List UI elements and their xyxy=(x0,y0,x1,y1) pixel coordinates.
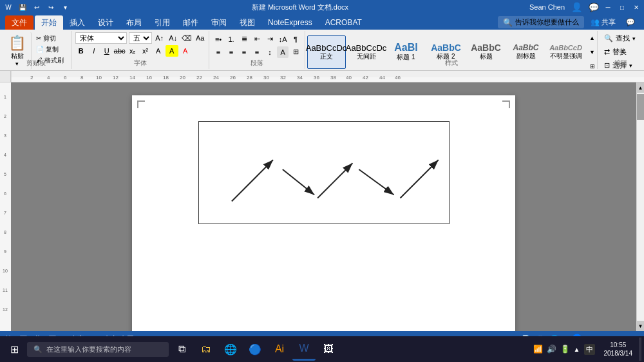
svg-text:9: 9 xyxy=(4,249,6,254)
customize-icon[interactable]: ▾ xyxy=(59,1,71,13)
tab-design[interactable]: 设计 xyxy=(91,15,120,30)
strikethrough-button[interactable]: abc xyxy=(114,45,126,57)
taskbar-search-icon: 🔍 xyxy=(33,345,43,354)
align-left-button[interactable]: ≡ xyxy=(213,46,224,58)
border-button[interactable]: ⊞ xyxy=(290,46,301,58)
tray-arrow-icon[interactable]: ▲ xyxy=(574,346,580,353)
decrease-indent-button[interactable]: ⇤ xyxy=(251,33,263,45)
align-right-button[interactable]: ≡ xyxy=(238,46,250,58)
network-icon[interactable]: 📶 xyxy=(533,345,543,354)
svg-line-44 xyxy=(400,160,438,198)
volume-icon[interactable]: 🔊 xyxy=(547,345,556,354)
tab-insert[interactable]: 插入 xyxy=(63,15,91,30)
chrome-button[interactable]: 🔵 xyxy=(243,338,267,361)
underline-button[interactable]: U xyxy=(101,45,113,57)
file-explorer-icon: 🗂 xyxy=(201,343,211,355)
ribbon-toolbar: 📋 粘贴 ▾ ✂ 剪切 📄 复制 🖌 格式刷 xyxy=(0,30,644,71)
cut-button[interactable]: ✂ 剪切 xyxy=(34,33,66,44)
change-case-button[interactable]: Aa xyxy=(194,32,206,44)
clear-format-button[interactable]: ⌫ xyxy=(181,32,193,44)
line-spacing-button[interactable]: ↕ xyxy=(264,46,276,58)
tab-review[interactable]: 审阅 xyxy=(205,15,233,30)
find-button[interactable]: 🔍 查找 ▾ xyxy=(601,32,640,44)
edge-button[interactable]: 🌐 xyxy=(219,338,242,361)
scroll-thumb[interactable] xyxy=(637,94,645,120)
svg-line-43 xyxy=(359,169,393,195)
system-tray: 📶 🔊 🔋 ▲ 中 xyxy=(531,344,598,355)
tab-file[interactable]: 文件 xyxy=(5,15,33,30)
font-color-button[interactable]: A xyxy=(180,45,191,57)
font-label: 字体 xyxy=(72,59,209,68)
tab-acrobat[interactable]: ACROBAT xyxy=(319,15,368,30)
editing-group: 🔍 查找 ▾ ⇄ 替换 ⊡ 选择 ▾ 编辑 xyxy=(598,31,644,69)
subscript-button[interactable]: x₂ xyxy=(127,45,138,57)
photos-button[interactable]: 🖼 xyxy=(317,338,340,361)
file-explorer-button[interactable]: 🗂 xyxy=(194,338,218,361)
font-decrease-button[interactable]: A↓ xyxy=(167,32,179,44)
text-effect-button[interactable]: A xyxy=(153,45,164,57)
shading-button[interactable]: A xyxy=(277,46,289,58)
svg-text:42: 42 xyxy=(363,75,368,81)
svg-text:16: 16 xyxy=(146,75,152,81)
svg-text:38: 38 xyxy=(330,75,336,81)
chrome-icon: 🔵 xyxy=(249,343,261,356)
tab-references[interactable]: 引用 xyxy=(148,15,176,30)
copy-button[interactable]: 📄 复制 xyxy=(34,44,66,55)
document-content[interactable] xyxy=(132,95,515,321)
tab-view[interactable]: 视图 xyxy=(233,15,261,30)
battery-icon: 🔋 xyxy=(560,345,570,354)
word-taskbar-button[interactable]: W xyxy=(292,338,316,361)
bullets-button[interactable]: ≡• xyxy=(213,33,224,45)
tell-me-input[interactable]: 🔍 告诉我你想要做什么 xyxy=(498,16,584,28)
increase-indent-button[interactable]: ⇥ xyxy=(264,33,276,45)
redo-icon[interactable]: ↪ xyxy=(45,1,57,13)
illustrator-button[interactable]: Ai xyxy=(268,338,291,361)
ribbon-tabs: 文件 开始 插入 设计 布局 引用 邮件 审阅 视图 NoteExpress A… xyxy=(0,14,644,30)
comment-icon[interactable]: 💬 xyxy=(622,17,639,28)
svg-text:30: 30 xyxy=(263,75,269,81)
task-view-button[interactable]: ⧉ xyxy=(170,338,193,361)
numbering-button[interactable]: 1. xyxy=(225,33,237,45)
paragraph-label: 段落 xyxy=(209,59,305,68)
minimize-button[interactable]: ─ xyxy=(603,2,613,12)
tab-noteexpress[interactable]: NoteExpress xyxy=(261,15,319,30)
scroll-down-button[interactable]: ▼ xyxy=(637,321,645,331)
show-formatting-button[interactable]: ¶ xyxy=(290,33,301,45)
svg-text:4: 4 xyxy=(4,153,6,157)
clock[interactable]: 10:55 2018/3/14 xyxy=(600,341,637,357)
scroll-up-button[interactable]: ▲ xyxy=(637,82,645,93)
svg-text:4: 4 xyxy=(47,75,50,81)
ime-icon[interactable]: 中 xyxy=(584,344,595,355)
replace-button[interactable]: ⇄ 替换 xyxy=(601,46,640,58)
tab-layout[interactable]: 布局 xyxy=(120,15,148,30)
font-increase-button[interactable]: A↑ xyxy=(154,32,166,44)
font-name-select[interactable]: 宋体 xyxy=(75,32,127,44)
sort-button[interactable]: ↕A xyxy=(277,33,289,45)
styles-scroll-up-button[interactable]: ▲ xyxy=(587,32,598,44)
bold-button[interactable]: B xyxy=(75,45,87,57)
show-desktop-button[interactable] xyxy=(639,338,641,361)
font-size-select[interactable]: 五号 四号 三号 xyxy=(129,32,152,44)
save-icon[interactable]: 💾 xyxy=(17,1,28,13)
document-title: 新建 Microsoft Word 文档.docx xyxy=(71,3,529,12)
maximize-button[interactable]: □ xyxy=(617,2,627,12)
start-button[interactable]: ⊞ xyxy=(3,338,26,361)
undo-icon[interactable]: ↩ xyxy=(31,1,43,13)
svg-text:10: 10 xyxy=(3,269,8,273)
text-highlight-button[interactable]: A xyxy=(166,45,178,57)
document-area[interactable] xyxy=(11,82,636,331)
superscript-button[interactable]: x² xyxy=(140,45,151,57)
share-button[interactable]: 👥 共享 xyxy=(587,16,620,28)
align-center-button[interactable]: ≡ xyxy=(225,46,237,58)
vertical-scrollbar[interactable]: ▲ ▼ xyxy=(636,82,644,331)
taskbar-search[interactable]: 🔍 在这里输入你要搜索的内容 xyxy=(27,342,169,357)
styles-scroll-down-button[interactable]: ▼ xyxy=(587,46,598,58)
italic-button[interactable]: I xyxy=(88,45,100,57)
tab-mailings[interactable]: 邮件 xyxy=(176,15,205,30)
taskbar: ⊞ 🔍 在这里输入你要搜索的内容 ⧉ 🗂 🌐 🔵 Ai W 🖼 📶 🔊 🔋 ▲ … xyxy=(0,336,644,362)
close-button[interactable]: ✕ xyxy=(631,2,641,12)
vertical-ruler: 1 2 3 4 5 6 7 8 9 10 11 12 xyxy=(0,82,11,331)
justify-button[interactable]: ≡ xyxy=(251,46,263,58)
tab-home[interactable]: 开始 xyxy=(35,15,63,30)
multilevel-list-button[interactable]: ≣ xyxy=(238,33,250,45)
